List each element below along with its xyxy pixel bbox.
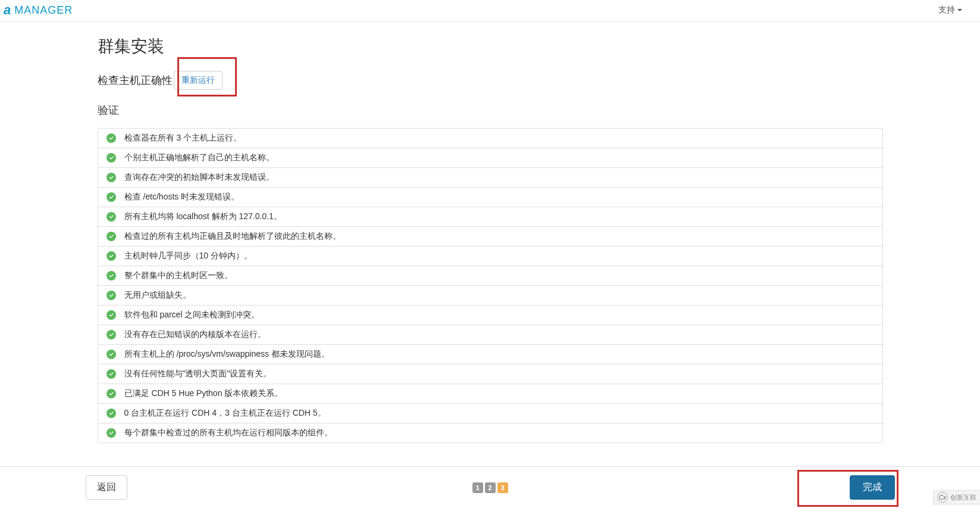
validation-item[interactable]: 没有任何性能与"透明大页面"设置有关。 [98,364,882,384]
validation-item[interactable]: 检查器在所有 3 个主机上运行。 [98,129,882,148]
subtitle-text: 检查主机正确性 [98,73,173,88]
step-page-3[interactable]: 3 [497,482,508,493]
validation-list: 检查器在所有 3 个主机上运行。个别主机正确地解析了自己的主机名称。查询存在冲突… [98,128,883,443]
watermark-logo-icon: Cx [937,492,948,503]
validation-text: 个别主机正确地解析了自己的主机名称。 [124,152,274,163]
check-circle-icon [107,232,116,241]
step-page-2[interactable]: 2 [485,482,496,493]
check-circle-icon [107,369,116,379]
finish-button[interactable]: 完成 [850,475,895,500]
validation-item[interactable]: 软件包和 parcel 之间未检测到冲突。 [98,306,882,325]
watermark-text: 创新互联 [950,493,976,502]
step-page-1[interactable]: 1 [472,482,483,493]
check-circle-icon [107,409,116,418]
watermark: Cx 创新互联 [933,490,980,503]
check-circle-icon [107,310,116,320]
validation-text: 每个群集中检查过的所有主机均在运行相同版本的组件。 [124,428,333,438]
validation-item[interactable]: 整个群集中的主机时区一致。 [98,266,882,286]
validation-item[interactable]: 没有存在已知错误的内核版本在运行。 [98,325,882,345]
validation-text: 主机时钟几乎同步（10 分钟内）。 [124,251,252,261]
validation-text: 没有任何性能与"透明大页面"设置有关。 [124,369,272,379]
check-circle-icon [107,428,116,438]
validation-item[interactable]: 每个群集中检查过的所有主机均在运行相同版本的组件。 [98,423,882,442]
validation-text: 查询存在冲突的初始脚本时未发现错误。 [124,172,274,183]
validation-item[interactable]: 主机时钟几乎同步（10 分钟内）。 [98,247,882,266]
validation-item[interactable]: 查询存在冲突的初始脚本时未发现错误。 [98,168,882,188]
support-label: 支持 [938,5,955,15]
validation-text: 所有主机上的 /proc/sys/vm/swappiness 都未发现问题。 [124,349,330,360]
validation-text: 检查 /etc/hosts 时未发现错误。 [124,192,240,202]
support-dropdown[interactable]: 支持 [938,5,962,15]
validation-text: 整个群集中的主机时区一致。 [124,270,233,281]
caret-down-icon [957,9,962,11]
validation-item[interactable]: 已满足 CDH 5 Hue Python 版本依赖关系。 [98,384,882,404]
footer-bar: 返回 123 完成 [0,466,980,503]
brand-text: MANAGER [14,4,73,17]
check-circle-icon [107,389,116,398]
check-circle-icon [107,350,116,359]
validation-text: 已满足 CDH 5 Hue Python 版本依赖关系。 [124,388,283,399]
validation-item[interactable]: 检查 /etc/hosts 时未发现错误。 [98,188,882,207]
verify-header: 验证 [98,103,883,117]
back-button[interactable]: 返回 [86,475,127,500]
check-circle-icon [107,291,116,300]
validation-item[interactable]: 所有主机上的 /proc/sys/vm/swappiness 都未发现问题。 [98,345,882,364]
brand-logo-icon: a [4,2,11,18]
validation-item[interactable]: 所有主机均将 localhost 解析为 127.0.0.1。 [98,207,882,227]
brand: a MANAGER [4,2,73,18]
validation-text: 软件包和 parcel 之间未检测到冲突。 [124,310,260,320]
validation-text: 无用户或组缺失。 [124,290,191,301]
check-circle-icon [107,192,116,202]
validation-item[interactable]: 检查过的所有主机均正确且及时地解析了彼此的主机名称。 [98,227,882,247]
validation-text: 0 台主机正在运行 CDH 4，3 台主机正在运行 CDH 5。 [124,408,326,419]
check-circle-icon [107,251,116,261]
main-content: 群集安装 检查主机正确性 重新运行 验证 检查器在所有 3 个主机上运行。个别主… [86,22,895,503]
subtitle-row: 检查主机正确性 重新运行 [98,71,883,90]
check-circle-icon [107,212,116,222]
check-circle-icon [107,271,116,281]
page-title: 群集安装 [98,35,883,58]
check-circle-icon [107,133,116,143]
validation-text: 没有存在已知错误的内核版本在运行。 [124,329,266,340]
check-circle-icon [107,330,116,339]
validation-item[interactable]: 0 台主机正在运行 CDH 4，3 台主机正在运行 CDH 5。 [98,404,882,423]
validation-text: 所有主机均将 localhost 解析为 127.0.0.1。 [124,211,282,222]
validation-item[interactable]: 无用户或组缺失。 [98,286,882,306]
validation-text: 检查过的所有主机均正确且及时地解析了彼此的主机名称。 [124,231,341,242]
rerun-button[interactable]: 重新运行 [174,71,223,90]
validation-item[interactable]: 个别主机正确地解析了自己的主机名称。 [98,148,882,168]
validation-text: 检查器在所有 3 个主机上运行。 [124,133,242,144]
check-circle-icon [107,173,116,182]
topbar: a MANAGER 支持 [0,0,980,22]
step-pager: 123 [472,482,508,493]
check-circle-icon [107,153,116,163]
